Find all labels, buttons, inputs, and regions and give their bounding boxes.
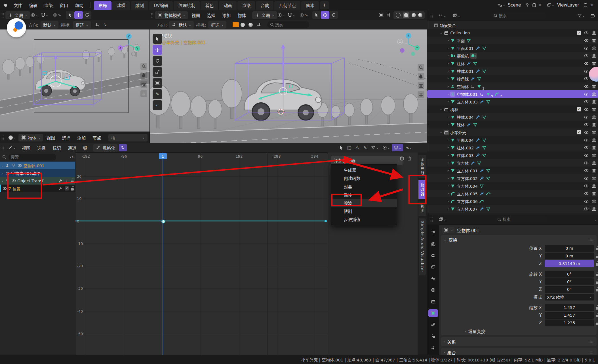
channel-action[interactable]: ⌄ 空物体.001动作 <box>0 169 75 177</box>
channel-z-location[interactable]: Z 位置 ✓ <box>0 185 75 192</box>
ge-pivot-button[interactable]: ⌄ <box>380 144 392 151</box>
outliner-row-plane001[interactable]: › 平面.001 <box>427 44 598 52</box>
expand-icon[interactable]: › <box>448 192 449 195</box>
fcurve-z-location[interactable] <box>75 221 326 221</box>
collapse-icon[interactable]: ⌄ <box>440 107 442 111</box>
ge-view-menu[interactable]: 视图 <box>18 144 34 152</box>
camera-visibility-icon[interactable] <box>591 107 597 112</box>
menu-edit[interactable]: 编辑 <box>26 1 41 9</box>
camera-visibility-icon[interactable] <box>591 176 597 181</box>
expand-icon[interactable]: › <box>448 207 449 211</box>
paste-modifier-icon[interactable] <box>407 156 412 161</box>
eye-icon[interactable] <box>584 183 589 189</box>
pin-icon[interactable] <box>525 3 530 8</box>
menu-help[interactable]: 帮助 <box>71 1 87 9</box>
drag-select[interactable]: 框选⌄ <box>208 21 226 29</box>
ge-key-menu[interactable]: 键 <box>80 144 91 152</box>
lock-icon[interactable] <box>596 261 598 266</box>
outliner-row-cylinder004[interactable]: › 柱体.004 <box>427 113 598 121</box>
outliner-row-empty001-selected[interactable]: › 空物体.001 9 2 <box>427 90 598 98</box>
tab-output[interactable] <box>428 251 438 259</box>
camera-visibility-icon[interactable] <box>591 53 597 58</box>
outliner-row-empty[interactable]: › 空物体 2 <box>427 82 598 90</box>
camera-visibility-icon[interactable] <box>591 168 597 173</box>
eye-icon[interactable] <box>584 61 589 66</box>
scale-z-field[interactable]: 1.235 <box>545 319 594 326</box>
camera-visibility-icon[interactable] <box>591 61 597 66</box>
expand-icon[interactable]: › <box>448 123 449 126</box>
expand-icon[interactable]: › <box>448 115 449 119</box>
filter-button[interactable]: ⌄ <box>575 12 587 19</box>
location-x-field[interactable]: 0 m <box>545 245 594 252</box>
outliner-row-cube006[interactable]: › 立方体.006 <box>427 197 598 205</box>
outliner-row-cylinder003[interactable]: › 柱体.003 <box>427 151 598 159</box>
orbit-tool-button[interactable] <box>329 11 338 19</box>
eye-icon[interactable] <box>584 145 589 150</box>
menu-item-stepped[interactable]: 步进插值 <box>331 215 397 223</box>
view-menu[interactable]: 视图 <box>43 134 58 142</box>
eye-icon[interactable] <box>584 168 589 173</box>
workspace-tab-uv[interactable]: UV编辑 <box>149 1 173 10</box>
lock-icon[interactable] <box>596 246 598 250</box>
outliner-row-cylinder002[interactable]: › 柱体.002 <box>427 144 598 151</box>
channel-name[interactable]: Object Transf <box>17 179 43 183</box>
navigation-gizmo-main[interactable]: Z Y X <box>395 31 422 57</box>
auto-normalize-refresh-button[interactable]: ↻ <box>119 144 127 151</box>
tab-scene[interactable] <box>428 275 438 282</box>
tab-modifiers[interactable]: 修改器 <box>418 180 426 199</box>
snap-button[interactable]: ⌄ <box>285 11 298 19</box>
menu-item-cycles[interactable]: 循环 <box>331 191 397 199</box>
copy-viewlayer-icon[interactable] <box>583 3 588 8</box>
lock-icon[interactable] <box>596 280 598 284</box>
direction-select[interactable]: 默认⌄ <box>41 21 58 29</box>
viewport-3d-main[interactable]: 用户透视 (1) 小车外壳 | 空物体.001 ✎ ⌐ Z Y X <box>150 29 427 143</box>
orientation-select[interactable]: 全局⌄ <box>5 11 30 19</box>
lock-icon[interactable] <box>596 305 598 310</box>
object-selector[interactable]: ⌄ <box>442 227 455 233</box>
pan-hand-icon[interactable] <box>140 72 147 79</box>
unlock-icon[interactable] <box>71 186 74 191</box>
lock-icon[interactable] <box>596 287 598 291</box>
camera-visibility-icon[interactable] <box>591 183 597 189</box>
ge-select-menu[interactable]: 选择 <box>34 144 49 152</box>
tab-simple-audio-visualizer[interactable]: Simple Audio Visualizer <box>419 218 426 275</box>
tab-render[interactable] <box>428 240 438 248</box>
eye-icon[interactable] <box>584 99 589 104</box>
copy-scene-icon[interactable] <box>532 3 537 8</box>
camera-visibility-icon[interactable] <box>591 145 597 150</box>
menu-item-builtin-function[interactable]: 内建函数 <box>331 174 397 182</box>
zoom-icon[interactable] <box>418 64 424 71</box>
scale-x-field[interactable]: 1.457 <box>545 304 594 311</box>
channel-name[interactable]: 空物体.001 <box>24 163 44 168</box>
expand-icon[interactable]: › <box>448 169 449 172</box>
camera-visibility-icon[interactable] <box>591 191 597 196</box>
lock-icon[interactable] <box>596 321 598 325</box>
editor-type-button[interactable]: ⌄ <box>5 144 18 151</box>
eye-icon[interactable] <box>584 107 589 112</box>
expand-icon[interactable]: › <box>448 54 449 58</box>
keyframe-point[interactable] <box>161 220 165 223</box>
ge-marker-menu[interactable]: 标记 <box>49 144 64 152</box>
modifier-wrench-icon[interactable] <box>58 178 63 183</box>
eye-icon[interactable] <box>584 122 589 127</box>
scale-tool[interactable] <box>153 67 162 77</box>
ge-filter-button[interactable]: ⌄ <box>369 144 380 151</box>
camera-visibility-icon[interactable] <box>591 38 597 43</box>
channel-name[interactable]: Z 位置 <box>9 186 20 191</box>
eye-icon[interactable] <box>17 163 22 168</box>
shading-rendered-button[interactable] <box>418 13 422 17</box>
channel-search-input[interactable] <box>9 154 56 160</box>
tab-fcurve[interactable]: 函数曲线 <box>418 155 426 178</box>
tab-collection[interactable] <box>428 298 438 305</box>
scene-icon[interactable] <box>497 3 502 8</box>
modifier-wrench-icon[interactable] <box>58 186 63 191</box>
ge-warning-icon[interactable]: ⚠ <box>353 144 361 151</box>
camera-visibility-icon[interactable] <box>591 160 597 166</box>
normalize-toggle[interactable]: 规格化 <box>93 144 118 152</box>
close-viewlayer-icon[interactable]: ✕ <box>590 3 594 8</box>
shading-ball-button[interactable] <box>239 21 247 28</box>
tab-object-data[interactable] <box>428 344 438 352</box>
camera-visibility-icon[interactable] <box>591 153 597 158</box>
tab-constraints[interactable] <box>428 333 438 340</box>
editor-type-button[interactable]: ⌄ <box>436 12 448 19</box>
